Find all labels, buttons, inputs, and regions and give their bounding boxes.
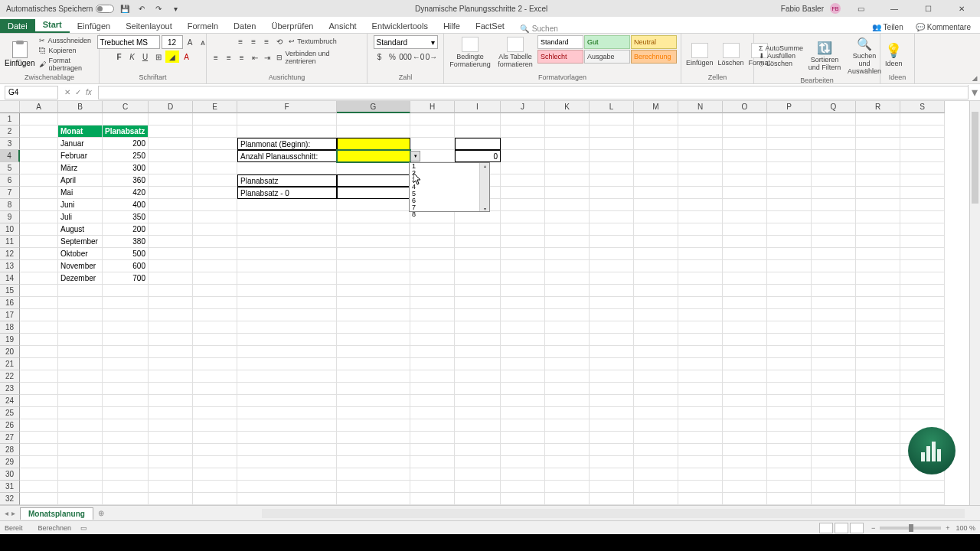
cell[interactable]	[767, 419, 812, 432]
cell[interactable]	[149, 346, 193, 358]
cell-value-1[interactable]: 250	[103, 150, 149, 162]
cell[interactable]	[767, 432, 812, 444]
cell[interactable]	[58, 309, 103, 321]
cell[interactable]	[856, 162, 900, 174]
cell[interactable]	[812, 236, 856, 248]
cell[interactable]	[193, 407, 237, 419]
cell[interactable]	[723, 260, 767, 272]
cell[interactable]	[723, 272, 767, 285]
cell[interactable]	[193, 126, 237, 138]
cell[interactable]	[337, 346, 410, 358]
cell[interactable]	[149, 260, 193, 272]
cell[interactable]	[723, 444, 767, 456]
cell[interactable]	[501, 419, 545, 432]
font-size-combo[interactable]: 12	[162, 35, 183, 49]
cell[interactable]	[545, 493, 590, 505]
cell[interactable]	[149, 236, 193, 248]
cell[interactable]	[337, 444, 410, 456]
cell-value-8[interactable]: 380	[103, 236, 149, 248]
cell[interactable]	[20, 456, 58, 468]
cell[interactable]	[678, 432, 723, 444]
dropdown-option-7[interactable]: 7	[410, 204, 479, 211]
cell[interactable]	[545, 285, 590, 297]
cell[interactable]	[767, 174, 812, 187]
col-header-Q[interactable]: Q	[812, 101, 856, 113]
cell[interactable]	[149, 334, 193, 346]
cell[interactable]	[337, 395, 410, 407]
cell[interactable]	[149, 113, 193, 126]
ribbon-display-icon[interactable]: ▭	[847, 0, 874, 17]
cell[interactable]	[103, 468, 149, 481]
cell[interactable]	[193, 358, 237, 370]
cell[interactable]	[590, 309, 634, 321]
cell[interactable]	[193, 383, 237, 395]
cell[interactable]	[103, 285, 149, 297]
cell[interactable]	[455, 346, 501, 358]
cell[interactable]	[634, 174, 678, 187]
indent-dec-icon[interactable]: ⇤	[249, 51, 261, 64]
cell[interactable]	[237, 126, 337, 138]
cell[interactable]	[723, 481, 767, 493]
cell[interactable]	[545, 211, 590, 223]
sheet-tab-active[interactable]: Monatsplanung	[20, 507, 93, 520]
cell-value-7[interactable]: 200	[103, 223, 149, 236]
cell[interactable]	[856, 481, 900, 493]
cell-month-4[interactable]: Mai	[58, 187, 103, 199]
cell[interactable]	[767, 407, 812, 419]
cell[interactable]	[455, 395, 501, 407]
cell[interactable]	[634, 236, 678, 248]
cell[interactable]	[410, 138, 455, 150]
cell[interactable]	[501, 187, 545, 199]
cell[interactable]	[545, 432, 590, 444]
cell[interactable]	[501, 150, 545, 162]
cell[interactable]	[634, 481, 678, 493]
cell[interactable]	[501, 272, 545, 285]
cell[interactable]	[237, 248, 337, 260]
cell[interactable]	[501, 334, 545, 346]
cell[interactable]	[812, 481, 856, 493]
cell[interactable]	[545, 126, 590, 138]
cell[interactable]	[723, 346, 767, 358]
cell[interactable]	[20, 187, 58, 199]
cell[interactable]	[900, 248, 945, 260]
cell[interactable]	[337, 199, 410, 211]
cell[interactable]	[900, 113, 945, 126]
cell[interactable]	[900, 150, 945, 162]
cell[interactable]	[149, 321, 193, 334]
cell[interactable]	[723, 456, 767, 468]
cell[interactable]	[237, 260, 337, 272]
cell[interactable]	[545, 187, 590, 199]
cell[interactable]	[590, 236, 634, 248]
cell[interactable]	[410, 358, 455, 370]
cell[interactable]	[590, 432, 634, 444]
cell[interactable]	[590, 272, 634, 285]
cell[interactable]	[337, 211, 410, 223]
cell[interactable]	[590, 297, 634, 309]
row-header-17[interactable]: 17	[0, 309, 20, 321]
cell-month-9[interactable]: Oktober	[58, 248, 103, 260]
autosum-button[interactable]: ΣAutoSumme	[757, 44, 805, 52]
bold-button[interactable]: F	[113, 51, 125, 63]
row-header-25[interactable]: 25	[0, 407, 20, 419]
cell[interactable]	[501, 481, 545, 493]
cell[interactable]	[193, 162, 237, 174]
qat-dropdown-icon[interactable]: ▾	[169, 2, 181, 15]
cell[interactable]	[149, 162, 193, 174]
cell[interactable]	[337, 370, 410, 383]
cell[interactable]	[900, 223, 945, 236]
row-header-7[interactable]: 7	[0, 187, 20, 199]
cell[interactable]	[723, 174, 767, 187]
cell[interactable]	[545, 321, 590, 334]
cell[interactable]	[20, 309, 58, 321]
cell[interactable]	[501, 395, 545, 407]
cell[interactable]	[237, 321, 337, 334]
cell[interactable]	[410, 407, 455, 419]
zoom-slider[interactable]	[880, 527, 941, 530]
cell[interactable]	[856, 321, 900, 334]
cell[interactable]	[812, 419, 856, 432]
cell[interactable]	[455, 468, 501, 481]
cell[interactable]	[856, 248, 900, 260]
row-header-5[interactable]: 5	[0, 162, 20, 174]
cell[interactable]	[590, 223, 634, 236]
cell-value-11[interactable]: 700	[103, 272, 149, 285]
